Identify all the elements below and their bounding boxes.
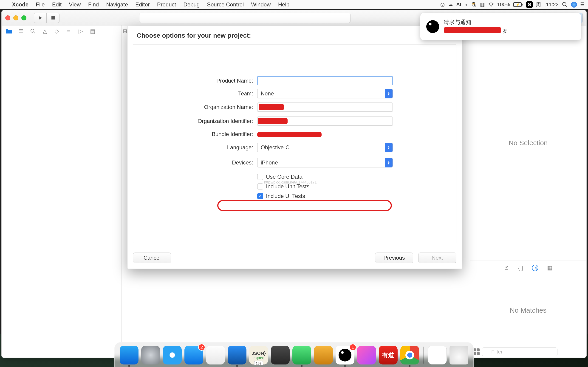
scheme-activity-bar[interactable]	[139, 13, 351, 23]
previous-button[interactable]: Previous	[375, 252, 413, 263]
appstore-badge: 2	[198, 344, 205, 351]
navigator-tabs: ☰ △ ◇ ≡ ▷ ▤	[2, 25, 121, 37]
status-sogou-icon[interactable]: S	[526, 1, 533, 8]
qq-badge: 1	[349, 344, 356, 351]
new-project-sheet: Choose options for your new project: Pro…	[127, 26, 462, 269]
report-navigator-icon[interactable]: ▤	[87, 27, 98, 36]
label-org-name: Organization Name:	[133, 104, 257, 110]
menu-window[interactable]: Window	[247, 1, 274, 8]
svg-line-5	[565, 5, 567, 7]
menu-navigate[interactable]: Navigate	[103, 1, 132, 8]
menu-sourcecontrol[interactable]: Source Control	[203, 1, 247, 8]
menu-editor[interactable]: Editor	[132, 1, 153, 8]
include-unit-tests-checkbox[interactable]	[257, 184, 263, 190]
next-button[interactable]: Next	[418, 252, 456, 263]
label-devices: Devices:	[133, 159, 257, 166]
select-knob-icon: ▴▾	[385, 89, 393, 98]
menu-view[interactable]: View	[65, 1, 85, 8]
window-minimize-button[interactable]	[13, 15, 18, 20]
sheet-title: Choose options for your new project:	[128, 26, 462, 44]
object-library-icon[interactable]: ◎	[532, 265, 538, 271]
dock-mweb[interactable]	[314, 346, 333, 365]
menu-edit[interactable]: Edit	[48, 1, 65, 8]
status-spotlight-icon[interactable]	[562, 2, 568, 8]
watermark-text: http://blog.csdn.net/u174455171	[264, 180, 317, 184]
include-ui-tests-label: Include UI Tests	[266, 193, 305, 199]
dock-youdao[interactable]: 有道	[379, 346, 398, 365]
svg-rect-7	[52, 16, 55, 19]
label-bundle-id: Bundle Identifier:	[133, 131, 257, 137]
dock-wechat[interactable]	[292, 346, 311, 365]
select-knob-icon: ▴▾	[385, 143, 393, 152]
dock-finder[interactable]	[120, 346, 138, 365]
select-knob-icon: ▴▾	[385, 158, 393, 167]
dock-safari[interactable]	[163, 346, 182, 365]
dock-textedit[interactable]	[206, 346, 225, 365]
test-navigator-icon[interactable]: ◇	[51, 27, 62, 36]
label-language: Language:	[133, 144, 257, 151]
dock-qq[interactable]: 1	[336, 346, 355, 365]
library-tabs: 🗎 { } ◎ ▦	[470, 261, 586, 275]
svg-point-8	[31, 29, 34, 32]
dock-sublime[interactable]	[271, 346, 290, 365]
label-org-id: Organization Identifier:	[133, 118, 257, 124]
dock-launchpad[interactable]	[141, 346, 160, 365]
devices-select[interactable]: iPhone ▴▾	[257, 158, 393, 167]
dock-trash[interactable]	[450, 346, 468, 365]
media-library-icon[interactable]: ▦	[547, 265, 552, 271]
status-notification-center-icon[interactable]: ☰	[580, 2, 585, 8]
symbol-navigator-icon[interactable]: ☰	[15, 27, 26, 36]
label-product-name: Product Name:	[133, 77, 257, 84]
file-template-library-icon[interactable]: 🗎	[504, 265, 510, 271]
status-siri-icon[interactable]	[571, 2, 577, 8]
dock-recent-doc[interactable]	[428, 346, 447, 365]
menu-debug[interactable]: Debug	[180, 1, 204, 8]
svg-marker-6	[39, 16, 42, 20]
status-battery[interactable]: 100% ⚡	[497, 2, 523, 8]
status-adobe-icon[interactable]: AI 5	[456, 2, 467, 8]
status-qq-icon[interactable]: 🐧	[471, 2, 477, 8]
dock-json[interactable]: JSON}Export;182	[249, 346, 268, 365]
project-navigator-icon[interactable]	[3, 27, 15, 36]
dock-itunes[interactable]	[357, 346, 376, 365]
menu-product[interactable]: Product	[153, 1, 180, 8]
breakpoint-navigator-icon[interactable]: ▷	[75, 27, 86, 36]
status-wechat-icon[interactable]: ☁	[448, 2, 453, 8]
svg-point-4	[562, 2, 566, 6]
window-close-button[interactable]	[5, 15, 10, 20]
status-battery-extra-icon[interactable]: ▥	[480, 2, 485, 8]
menu-help[interactable]: Help	[275, 1, 293, 8]
status-spotlight-alt-icon[interactable]: ◎	[440, 2, 445, 8]
dock-chrome[interactable]	[400, 346, 419, 365]
product-name-input[interactable]	[257, 76, 393, 85]
debug-navigator-icon[interactable]: ≡	[63, 27, 74, 36]
include-ui-tests-checkbox[interactable]: ✓	[257, 193, 263, 199]
stop-button[interactable]	[47, 13, 60, 23]
find-navigator-icon[interactable]	[27, 27, 38, 36]
label-team: Team:	[133, 90, 257, 97]
svg-rect-2	[522, 4, 523, 6]
annotation-highlight	[217, 200, 392, 211]
status-wifi-icon[interactable]	[488, 2, 494, 8]
qq-notification[interactable]: 请求与通知 友	[420, 13, 581, 40]
dock-separator	[423, 347, 424, 364]
status-clock[interactable]: 周二11:23	[536, 1, 559, 8]
menu-file[interactable]: File	[32, 1, 48, 8]
menu-find[interactable]: Find	[85, 1, 103, 8]
dock-xcode[interactable]	[228, 346, 246, 365]
window-zoom-button[interactable]	[21, 15, 26, 20]
team-value: None	[261, 90, 274, 97]
notification-body: 友	[444, 27, 575, 35]
dock-appstore[interactable]: 2	[184, 346, 203, 365]
run-button[interactable]	[34, 13, 47, 23]
language-select[interactable]: Objective-C ▴▾	[257, 143, 393, 152]
svg-line-9	[34, 32, 35, 33]
use-core-data-checkbox[interactable]	[257, 174, 263, 180]
issue-navigator-icon[interactable]: △	[39, 27, 50, 36]
use-core-data-label: Use Core Data	[266, 174, 303, 180]
menubar-app-name[interactable]: Xcode	[8, 1, 32, 8]
json-badge: 182	[254, 361, 263, 365]
cancel-button[interactable]: Cancel	[133, 252, 171, 263]
team-select[interactable]: None ▴▾	[257, 89, 393, 98]
code-snippet-library-icon[interactable]: { }	[518, 265, 523, 271]
